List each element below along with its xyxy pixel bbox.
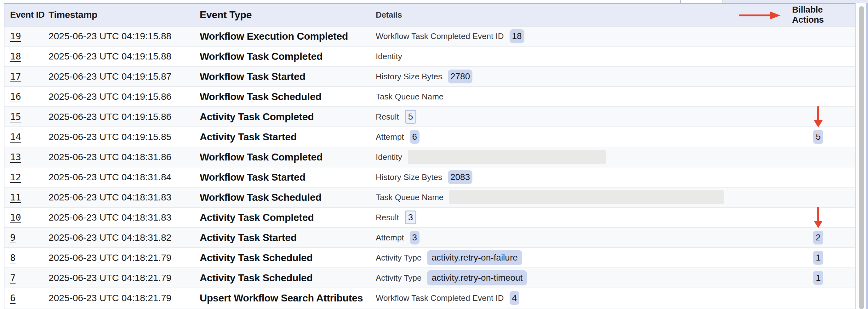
event-details: Task Queue Name [376,191,792,204]
table-row[interactable]: 9 2025-06-23 UTC 04:18:31.82 Activity Ta… [4,228,855,248]
column-header-billable-actions: Billable Actions [792,5,855,25]
event-details: Activity Type activity.retry-on-timeout [376,270,792,285]
event-id-cell: 7 [4,273,49,283]
event-details: Attempt 3 [376,231,792,244]
billable-actions-cell [792,107,855,127]
detail-value-badge: 6 [410,130,420,144]
event-id-cell: 12 [4,172,49,182]
table-row[interactable]: 17 2025-06-23 UTC 04:19:15.87 Workflow T… [4,67,855,87]
timestamp: 2025-06-23 UTC 04:19:15.86 [49,91,200,102]
table-row[interactable]: 13 2025-06-23 UTC 04:18:31.86 Workflow T… [4,147,855,167]
billable-actions-cell: 2 [792,231,855,244]
detail-label: Attempt [376,233,404,243]
event-id-link[interactable]: 14 [10,132,21,142]
panel-right-border [866,3,868,309]
detail-label: Activity Type [376,273,422,283]
event-id-cell: 16 [4,91,49,102]
event-type: Workflow Task Started [200,71,376,82]
billable-actions-badge: 1 [813,271,823,285]
detail-value-badge: 18 [509,29,524,43]
timestamp: 2025-06-23 UTC 04:18:21.79 [49,273,200,283]
timestamp: 2025-06-23 UTC 04:18:31.82 [49,232,200,243]
detail-label: Result [376,112,399,122]
detail-value-badge: activity.retry-on-timeout [427,270,527,285]
timestamp: 2025-06-23 UTC 04:18:31.84 [49,172,200,182]
table-row[interactable]: 16 2025-06-23 UTC 04:19:15.86 Workflow T… [4,87,855,107]
event-id-cell: 19 [4,31,49,41]
timestamp: 2025-06-23 UTC 04:19:15.86 [49,111,200,122]
billable-actions-badge: 5 [813,130,823,144]
event-id-link[interactable]: 13 [10,152,21,162]
event-details: History Size Bytes 2083 [376,170,792,184]
timestamp: 2025-06-23 UTC 04:18:21.79 [49,252,200,263]
event-id-cell: 9 [4,232,49,243]
column-header-event-type: Event Type [200,9,376,21]
timestamp: 2025-06-23 UTC 04:19:15.87 [49,71,200,82]
event-id-cell: 18 [4,51,49,62]
event-id-link[interactable]: 11 [10,192,21,203]
event-type: Workflow Task Completed [200,151,376,163]
event-type: Workflow Task Started [200,171,376,183]
column-header-event-id: Event ID [4,10,49,20]
event-type: Workflow Task Scheduled [200,91,376,103]
event-id-cell: 14 [4,132,49,142]
event-history-table: Event ID Timestamp Event Type Details Bi… [4,3,856,309]
table-row[interactable]: 8 2025-06-23 UTC 04:18:21.79 Activity Ta… [4,248,855,268]
event-id-link[interactable]: 10 [10,212,21,223]
event-id-link[interactable]: 12 [10,172,21,182]
table-row[interactable]: 15 2025-06-23 UTC 04:19:15.86 Activity T… [4,107,855,127]
event-id-link[interactable]: 7 [10,273,16,283]
event-id-link[interactable]: 9 [10,232,16,243]
event-details: Result 3 [376,210,792,225]
table-row[interactable]: 10 2025-06-23 UTC 04:18:31.83 Activity T… [4,208,855,228]
event-id-link[interactable]: 18 [10,51,21,62]
event-id-cell: 15 [4,111,49,122]
event-type: Upsert Workflow Search Attributes [200,292,376,304]
detail-value-badge: 2780 [448,70,472,83]
vertical-scrollbar-thumb[interactable] [859,6,864,309]
column-header-details: Details [376,10,792,20]
table-row[interactable]: 11 2025-06-23 UTC 04:18:31.83 Workflow T… [4,187,855,208]
event-id-link[interactable]: 15 [10,111,21,122]
redacted-value-block [449,191,724,204]
detail-label: Result [376,213,399,222]
billable-actions-badge: 1 [813,251,823,265]
event-type: Workflow Task Completed [200,51,376,62]
timestamp: 2025-06-23 UTC 04:19:15.88 [49,31,200,41]
event-details: Activity Type activity.retry-on-failure [376,250,792,265]
event-id-link[interactable]: 16 [10,91,21,102]
detail-label: History Size Bytes [376,172,442,182]
timestamp: 2025-06-23 UTC 04:18:21.79 [49,293,200,303]
table-row[interactable]: 12 2025-06-23 UTC 04:18:31.84 Workflow T… [4,167,855,187]
event-id-link[interactable]: 17 [10,71,21,82]
redacted-value-block [408,150,606,164]
column-header-timestamp: Timestamp [49,9,200,20]
timestamp: 2025-06-23 UTC 04:18:31.83 [49,192,200,203]
event-id-link[interactable]: 6 [10,293,16,303]
event-id-cell: 8 [4,252,49,263]
event-details: Identity [376,150,792,164]
detail-value-badge: activity.retry-on-failure [427,250,522,265]
scrollbar-gutter [856,3,868,309]
billable-actions-cell [792,207,855,228]
event-details: Identity [376,52,792,61]
event-type: Activity Task Scheduled [200,252,376,264]
table-row[interactable]: 6 2025-06-23 UTC 04:18:21.79 Upsert Work… [4,288,855,308]
event-id-link[interactable]: 8 [10,252,16,263]
table-row[interactable]: 14 2025-06-23 UTC 04:19:15.85 Activity T… [4,127,855,147]
top-edge-white-box [680,0,723,3]
detail-label: Identity [376,152,402,162]
table-row[interactable]: 18 2025-06-23 UTC 04:19:15.88 Workflow T… [4,46,855,67]
detail-label: Workflow Task Completed Event ID [376,31,504,41]
detail-value-badge: 2083 [448,170,472,184]
red-arrow-down-icon [812,105,824,128]
table-row[interactable]: 19 2025-06-23 UTC 04:19:15.88 Workflow E… [4,27,855,46]
timestamp: 2025-06-23 UTC 04:19:15.85 [49,132,200,142]
event-type: Activity Task Started [200,131,376,143]
red-arrow-down-icon [812,206,824,229]
event-details: Workflow Task Completed Event ID 18 [376,29,792,43]
event-id-link[interactable]: 19 [10,31,21,41]
table-row[interactable]: 7 2025-06-23 UTC 04:18:21.79 Activity Ta… [4,268,855,288]
event-details: Result 5 [376,110,792,124]
event-details: Attempt 6 [376,130,792,144]
